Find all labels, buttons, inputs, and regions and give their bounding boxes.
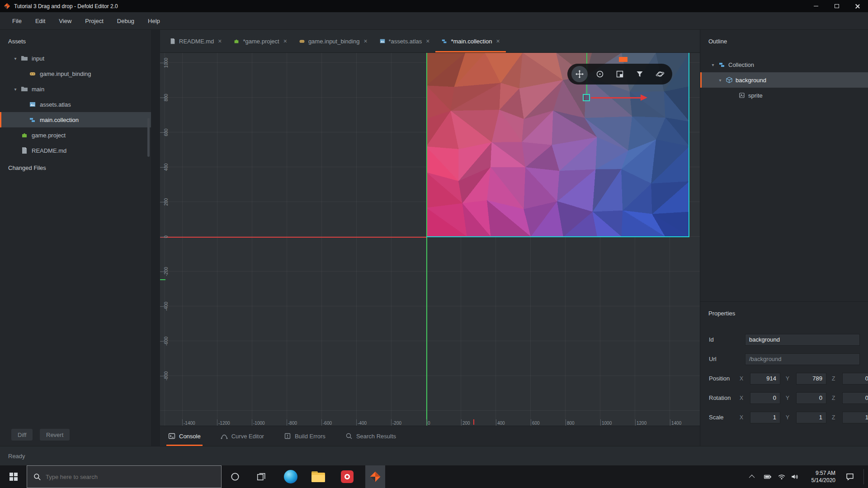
tab-search-results[interactable]: Search Results <box>344 426 398 446</box>
diff-button[interactable]: Diff <box>11 429 33 441</box>
start-button[interactable] <box>0 465 27 488</box>
asset-item-main[interactable]: ▾ main <box>0 81 151 97</box>
tab-game-project[interactable]: *game.project × <box>227 30 292 52</box>
tab-close-icon[interactable]: × <box>283 38 287 45</box>
ruler-label: 200 <box>461 418 470 426</box>
asset-item-assets-atlas[interactable]: assets.atlas <box>0 97 151 112</box>
revert-button[interactable]: Revert <box>40 429 70 441</box>
ruler-label: -600 <box>164 337 169 346</box>
maximize-icon <box>835 4 839 8</box>
network-status[interactable] <box>775 465 788 488</box>
folder-icon <box>21 85 28 93</box>
id-field[interactable] <box>745 334 860 346</box>
tab-build-errors[interactable]: Build Errors <box>282 426 327 446</box>
position-y-field[interactable] <box>796 373 826 385</box>
ruler-label: 400 <box>496 418 505 426</box>
menu-file[interactable]: File <box>5 14 28 28</box>
ruler-label: 200 <box>164 198 169 206</box>
file-explorer-icon <box>311 471 325 482</box>
red-app-button[interactable] <box>338 465 356 488</box>
tab-curve-editor[interactable]: Curve Editor <box>219 426 266 446</box>
move-tool-button[interactable] <box>571 66 588 82</box>
tray-expand-button[interactable] <box>746 465 759 488</box>
file-explorer-button[interactable] <box>309 465 327 488</box>
tab-assets-atlas[interactable]: *assets.atlas × <box>373 30 436 52</box>
expand-arrow-icon[interactable]: ▾ <box>13 87 18 92</box>
cortana-button[interactable] <box>226 465 244 488</box>
tab-game-input-binding[interactable]: game.input_binding × <box>293 30 373 52</box>
asset-item-game-input-binding[interactable]: game.input_binding <box>0 66 151 81</box>
tab-readme[interactable]: README.md × <box>164 30 227 52</box>
sprite-icon <box>738 92 745 99</box>
ruler-label: 800 <box>566 418 575 426</box>
url-field[interactable] <box>745 353 860 365</box>
menu-debug[interactable]: Debug <box>110 14 141 28</box>
maximize-button[interactable] <box>826 0 847 12</box>
ruler-label: 0 <box>426 418 430 426</box>
edge-browser-button[interactable] <box>282 465 300 488</box>
menu-bar: File Edit View Project Debug Help <box>0 12 868 30</box>
action-center-button[interactable] <box>842 465 858 488</box>
filter-tool-button[interactable] <box>632 66 648 82</box>
volume-status[interactable] <box>788 465 801 488</box>
move-gizmo-x-arrow[interactable] <box>591 97 641 99</box>
ruler-label: -800 <box>287 418 297 426</box>
ruler-label: -600 <box>321 418 332 426</box>
assets-scrollbar[interactable] <box>147 118 150 157</box>
menu-edit[interactable]: Edit <box>28 14 52 28</box>
minimize-button[interactable] <box>806 0 826 12</box>
scale-z-field[interactable] <box>842 412 868 423</box>
right-panel: Outline ▾ Collection ▾ background sprite… <box>700 30 868 446</box>
task-view-button[interactable] <box>252 465 270 488</box>
menu-project[interactable]: Project <box>78 14 110 28</box>
position-x-field[interactable] <box>750 373 780 385</box>
window-title: Tutorial 3 Drag and drop - Defold Editor… <box>14 3 118 9</box>
battery-status[interactable] <box>761 465 774 488</box>
menu-help[interactable]: Help <box>141 14 167 28</box>
rotation-y-field[interactable] <box>796 392 826 404</box>
show-desktop-button[interactable] <box>863 469 864 484</box>
taskbar-clock[interactable]: 9:57 AM 5/14/2020 <box>803 465 835 488</box>
scene-viewport[interactable]: -1400 -1200 -1000 -800 -600 -400 -200 0 … <box>160 53 700 426</box>
rotation-z-field[interactable] <box>842 392 868 404</box>
tab-console[interactable]: Console <box>166 426 203 446</box>
close-button[interactable] <box>847 0 868 12</box>
outline-item-collection[interactable]: ▾ Collection <box>700 57 868 72</box>
asset-item-main-collection[interactable]: main.collection <box>0 112 151 127</box>
menu-view[interactable]: View <box>52 14 78 28</box>
tab-close-icon[interactable]: × <box>218 38 222 45</box>
expand-arrow-icon[interactable]: ▾ <box>13 56 18 61</box>
scale-x-field[interactable] <box>750 412 780 423</box>
rotation-x-field[interactable] <box>750 392 780 404</box>
search-icon <box>33 473 41 481</box>
asset-item-readme[interactable]: README.md <box>0 143 151 158</box>
scale-tool-button[interactable] <box>612 66 628 82</box>
status-text: Ready <box>8 453 25 460</box>
taskbar-search[interactable] <box>27 465 222 488</box>
asset-item-game-project[interactable]: game.project <box>0 127 151 143</box>
tab-close-icon[interactable]: × <box>426 38 429 45</box>
curve-editor-icon <box>221 432 228 440</box>
outline-item-background[interactable]: ▾ background <box>700 72 868 88</box>
selection-handle[interactable] <box>619 57 627 62</box>
search-input[interactable] <box>46 474 199 480</box>
battery-icon <box>764 473 772 481</box>
tab-close-icon[interactable]: × <box>363 38 367 45</box>
expand-arrow-icon[interactable]: ▾ <box>710 62 716 67</box>
windows-logo-icon <box>9 473 18 481</box>
asset-item-input[interactable]: ▾ input <box>0 51 151 66</box>
scale-y-field[interactable] <box>796 412 826 423</box>
expand-arrow-icon[interactable]: ▾ <box>717 78 723 83</box>
tab-close-icon[interactable]: × <box>496 38 500 45</box>
ruler-cursor-x <box>473 419 474 425</box>
panel-divider[interactable] <box>151 30 160 446</box>
outline-item-sprite[interactable]: sprite <box>700 88 868 103</box>
rotate-tool-button[interactable] <box>592 66 608 82</box>
defold-app-button[interactable] <box>365 465 385 488</box>
perspective-tool-button[interactable] <box>652 66 668 82</box>
position-z-field[interactable] <box>842 373 868 385</box>
tab-main-collection[interactable]: *main.collection × <box>435 30 505 52</box>
input-binding-icon <box>29 70 36 77</box>
filter-icon <box>635 70 644 79</box>
move-gizmo-handle[interactable] <box>583 94 590 101</box>
